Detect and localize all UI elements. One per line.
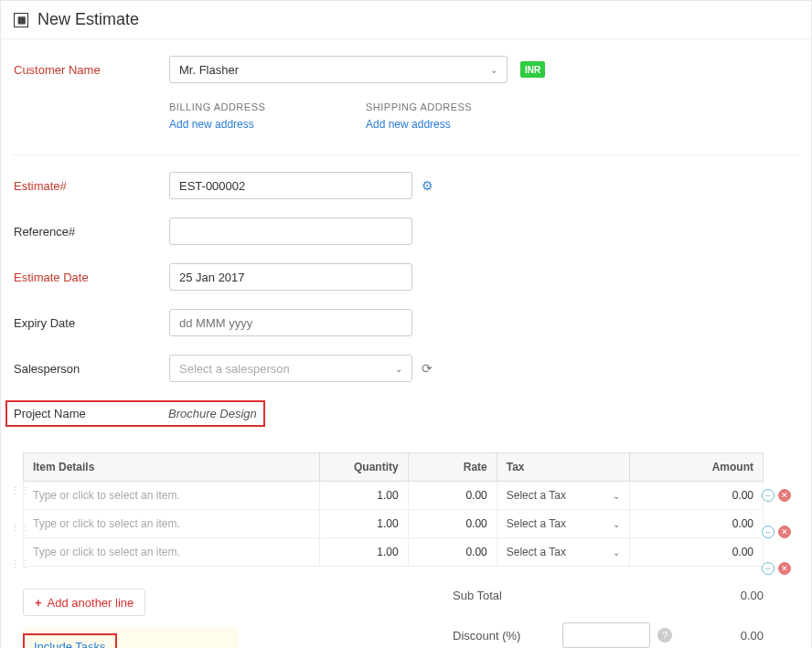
col-tax: Tax xyxy=(497,453,630,482)
item-placeholder: Type or click to select an item. xyxy=(33,489,180,502)
delete-row-icon[interactable]: ✕ xyxy=(778,526,791,538)
tax-cell[interactable]: Select a Tax⌄ xyxy=(497,482,630,510)
amount-cell: 0.00 xyxy=(630,510,764,538)
remove-row-icon[interactable]: − xyxy=(762,562,775,575)
item-placeholder: Type or click to select an item. xyxy=(33,546,180,558)
chevron-down-icon: ⌄ xyxy=(613,547,620,558)
currency-badge: INR xyxy=(520,61,545,78)
expiry-date-label: Expiry Date xyxy=(12,316,169,330)
customer-select[interactable]: Mr. Flasher ⌄ xyxy=(169,56,508,83)
delete-row-icon[interactable]: ✕ xyxy=(778,562,791,575)
customer-select-value: Mr. Flasher xyxy=(179,63,239,77)
item-details-cell[interactable]: Type or click to select an item. xyxy=(24,538,320,567)
billing-address-title: BILLING ADDRESS xyxy=(169,101,366,112)
remove-row-icon[interactable]: − xyxy=(762,526,775,538)
quantity-cell[interactable]: 1.00 xyxy=(319,510,408,538)
remove-row-icon[interactable]: − xyxy=(762,489,775,502)
quantity-cell[interactable]: 1.00 xyxy=(319,482,408,510)
item-placeholder: Type or click to select an item. xyxy=(33,517,180,530)
reference-label: Reference# xyxy=(12,225,169,239)
estimate-number-input[interactable] xyxy=(169,172,412,199)
chevron-down-icon: ⌄ xyxy=(395,364,402,374)
col-quantity: Quantity xyxy=(319,453,408,482)
col-rate: Rate xyxy=(408,453,497,482)
page-title: New Estimate xyxy=(37,10,139,29)
item-row: Type or click to select an item.1.000.00… xyxy=(24,538,764,567)
quantity-cell[interactable]: 1.00 xyxy=(319,538,408,567)
rate-cell[interactable]: 0.00 xyxy=(408,510,497,538)
drag-handle-icon[interactable]: ⋮⋮ xyxy=(10,526,21,529)
tax-cell[interactable]: Select a Tax⌄ xyxy=(497,538,630,567)
estimate-icon: ▦ xyxy=(14,13,28,27)
chevron-down-icon: ⌄ xyxy=(613,491,620,501)
item-row: Type or click to select an item.1.000.00… xyxy=(24,482,764,510)
drag-handle-icon[interactable]: ⋮⋮ xyxy=(10,562,21,566)
salesperson-label: Salesperson xyxy=(12,362,169,376)
discount-input[interactable] xyxy=(562,622,650,648)
help-icon[interactable]: ? xyxy=(657,628,672,643)
estimate-date-label: Estimate Date xyxy=(12,271,169,284)
project-name-highlight: Project Name Brochure Design xyxy=(5,400,265,427)
col-item-details: Item Details xyxy=(24,453,320,482)
gear-icon[interactable]: ⚙ xyxy=(422,178,433,193)
project-name-label: Project Name xyxy=(14,407,168,420)
rate-cell[interactable]: 0.00 xyxy=(408,538,497,567)
plus-icon: + xyxy=(35,596,42,610)
items-table: Item Details Quantity Rate Tax Amount Ty… xyxy=(23,452,764,567)
drag-handle-icon[interactable]: ⋮⋮ xyxy=(10,489,21,493)
chevron-down-icon: ⌄ xyxy=(490,65,497,75)
customer-name-label: Customer Name xyxy=(12,63,169,77)
expiry-date-input[interactable] xyxy=(169,309,412,336)
add-another-line-button[interactable]: + Add another line xyxy=(23,589,145,616)
discount-label: Discount (%) xyxy=(453,629,562,643)
shipping-address-add-link[interactable]: Add new address xyxy=(366,118,562,131)
estimate-number-label: Estimate# xyxy=(12,179,169,193)
item-row: Type or click to select an item.1.000.00… xyxy=(24,510,764,538)
subtotal-label: Sub Total xyxy=(453,589,562,602)
item-details-cell[interactable]: Type or click to select an item. xyxy=(24,510,320,538)
subtotal-value: 0.00 xyxy=(690,589,764,602)
billing-address-add-link[interactable]: Add new address xyxy=(169,118,366,131)
amount-cell: 0.00 xyxy=(630,482,764,510)
estimate-date-input[interactable] xyxy=(169,263,412,291)
project-name-value: Brochure Design xyxy=(168,407,257,420)
reference-input[interactable] xyxy=(169,218,412,245)
include-tasks-link[interactable]: Include Tasks xyxy=(23,633,117,648)
delete-row-icon[interactable]: ✕ xyxy=(778,489,791,502)
add-line-label: Add another line xyxy=(48,596,134,610)
divider xyxy=(12,154,800,155)
col-amount: Amount xyxy=(630,453,764,482)
item-details-cell[interactable]: Type or click to select an item. xyxy=(24,482,320,510)
rate-cell[interactable]: 0.00 xyxy=(408,482,497,510)
tax-cell[interactable]: Select a Tax⌄ xyxy=(497,510,630,538)
discount-value: 0.00 xyxy=(690,629,764,643)
shipping-address-title: SHIPPING ADDRESS xyxy=(366,101,562,112)
chevron-down-icon: ⌄ xyxy=(613,519,620,529)
page-header: ▦ New Estimate xyxy=(1,1,811,39)
salesperson-select[interactable]: Select a salesperson ⌄ xyxy=(169,355,412,382)
amount-cell: 0.00 xyxy=(630,538,764,567)
refresh-icon[interactable]: ⟳ xyxy=(422,361,433,376)
salesperson-placeholder: Select a salesperson xyxy=(179,362,290,376)
